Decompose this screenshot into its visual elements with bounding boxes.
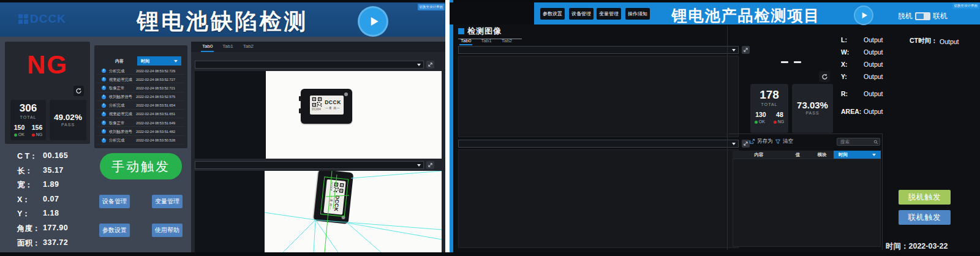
output-row: L: Output bbox=[450, 34, 915, 47]
viewer-tab[interactable]: Tab0 bbox=[201, 42, 214, 52]
device-manage-button[interactable]: 设备管理 bbox=[99, 195, 130, 208]
log-content: 分析完成 bbox=[109, 103, 124, 108]
log-content: 取像正常 bbox=[109, 86, 124, 91]
info-icon bbox=[102, 129, 106, 134]
battery-marker-dot bbox=[344, 92, 348, 96]
log-content: 分析完成 bbox=[109, 69, 124, 74]
chevron-down-icon bbox=[417, 164, 421, 167]
online-trigger-button[interactable]: 联机触发 bbox=[899, 210, 951, 225]
log-col-content[interactable]: 内容 bbox=[102, 56, 137, 66]
log-col-time[interactable]: 时间 bbox=[834, 151, 881, 159]
ng-legend: NG bbox=[32, 132, 43, 137]
camera-view-2[interactable]: DC004 DCCK —通 阅— bbox=[195, 171, 442, 252]
info-icon bbox=[102, 138, 106, 143]
toggle-off-label: 脱机 bbox=[898, 11, 913, 21]
log-table-header: 内容 时间 bbox=[102, 56, 181, 66]
info-icon bbox=[102, 69, 106, 73]
metric-value: 177.90 bbox=[43, 224, 68, 232]
metric-label: C T： bbox=[17, 151, 37, 162]
metric-row: 面积： 337.72 bbox=[0, 236, 92, 251]
metric-label: 角度： bbox=[17, 224, 40, 234]
ct-time-label: CT时间： bbox=[910, 37, 938, 45]
expand-view-button[interactable] bbox=[426, 161, 434, 169]
operation-notes-button[interactable]: 操作须知 bbox=[625, 8, 650, 20]
image-source-dropdown[interactable] bbox=[195, 161, 424, 169]
log-row[interactable]: 取像正常 2022-02-24 08:53:52.721 bbox=[97, 83, 185, 92]
device-manage-button[interactable]: 设备管理 bbox=[569, 8, 594, 20]
image-source-dropdown[interactable] bbox=[458, 140, 739, 148]
right-header: 参数设置 设备管理 变量管理 操作须知 锂电池产品检测项目 脱机 联机 切换至设… bbox=[450, 2, 980, 24]
log-time: 2022-02-24 08:53:52.721 bbox=[136, 86, 185, 90]
clear-button[interactable]: 清空 bbox=[775, 138, 793, 145]
output-value: Output bbox=[864, 90, 883, 97]
total-count: 306 bbox=[10, 102, 46, 115]
ng-count: 156 bbox=[32, 124, 43, 131]
ok-dot-icon bbox=[14, 134, 17, 137]
metric-label: 长： bbox=[17, 166, 32, 176]
help-button[interactable]: 使用帮助 bbox=[152, 224, 183, 237]
chevron-down-icon bbox=[174, 60, 178, 62]
log-row[interactable]: 分析完成 2022-02-24 08:53:51.654 bbox=[97, 101, 185, 110]
battery-terminal bbox=[299, 108, 301, 113]
param-settings-button[interactable]: 参数设置 bbox=[540, 8, 565, 20]
total-label: TOTAL bbox=[10, 115, 46, 119]
metric-value: 35.17 bbox=[43, 166, 64, 175]
log-col-module[interactable]: 模块 bbox=[810, 151, 834, 159]
output-label: R: bbox=[841, 90, 848, 97]
viewer-tab[interactable]: Tab2 bbox=[242, 42, 255, 52]
switch-to-design-badge[interactable]: 切换至设计界面 bbox=[952, 2, 980, 9]
log-row[interactable]: 收到触发信号 2022-02-24 08:53:52.575 bbox=[97, 92, 185, 101]
param-settings-button[interactable]: 参数设置 bbox=[99, 224, 130, 237]
log-table-body[interactable] bbox=[733, 159, 881, 247]
manual-trigger-button[interactable]: 手动触发 bbox=[100, 153, 182, 179]
log-row[interactable]: 分析完成 2022-02-24 08:53:50.528 bbox=[97, 136, 185, 145]
log-content: 视觉处理完成 bbox=[109, 77, 132, 83]
log-row[interactable]: 视觉处理完成 2022-02-24 08:53:52.727 bbox=[97, 75, 185, 83]
log-time: 2022-02-24 08:53:52.575 bbox=[136, 94, 185, 99]
log-row[interactable]: 分析完成 2022-02-24 08:53:52.729 bbox=[97, 66, 185, 75]
camera-view-1[interactable]: DC004 DCCK —通 阅— bbox=[195, 71, 442, 159]
detection-image-view-2[interactable] bbox=[458, 149, 739, 248]
offline-online-toggle[interactable]: 脱机 联机 bbox=[898, 11, 948, 21]
toggle-switch[interactable] bbox=[915, 12, 930, 20]
offline-trigger-button[interactable]: 脱机触发 bbox=[899, 190, 951, 205]
log-row[interactable]: 视觉处理完成 2022-02-24 08:53:51.651 bbox=[97, 110, 185, 118]
refresh-button[interactable] bbox=[74, 86, 84, 96]
ng-legend: NG bbox=[774, 119, 785, 124]
ok-legend: OK bbox=[755, 119, 765, 124]
screen-defect-detection: DCCK 锂电池缺陷检测 切换至设计界面 NG 306 TOTAL 150 15… bbox=[0, 0, 445, 256]
section-marker-icon bbox=[458, 28, 464, 34]
output-label: X: bbox=[841, 61, 848, 68]
log-col-content[interactable]: 内容 bbox=[733, 151, 785, 159]
log-col-time[interactable]: 时间 bbox=[137, 56, 181, 66]
log-col-value[interactable]: 值 bbox=[785, 151, 810, 159]
battery-terminal bbox=[299, 96, 301, 101]
log-row[interactable]: 取像正常 2022-02-24 08:53:51.649 bbox=[97, 118, 185, 127]
search-input[interactable] bbox=[839, 138, 871, 145]
output-row: X: Output bbox=[450, 59, 915, 71]
image-source-dropdown[interactable] bbox=[195, 61, 424, 69]
variable-manage-button[interactable]: 变量管理 bbox=[597, 8, 621, 20]
dual-screen-capture: DCCK 锂电池缺陷检测 切换至设计界面 NG 306 TOTAL 150 15… bbox=[0, 0, 980, 256]
log-row[interactable]: 收到触发信号 2022-02-24 08:53:51.482 bbox=[97, 127, 185, 135]
log-time: 2022-02-24 08:53:51.651 bbox=[136, 111, 185, 116]
switch-to-design-badge[interactable]: 切换至设计界面 bbox=[418, 4, 445, 10]
variable-manage-button[interactable]: 变量管理 bbox=[152, 195, 183, 208]
time-label: 时间： bbox=[886, 242, 909, 250]
viewer-tab[interactable]: Tab1 bbox=[221, 42, 234, 52]
metric-row: 长： 35.17 bbox=[0, 164, 92, 179]
run-button[interactable] bbox=[358, 6, 388, 37]
save-as-button[interactable]: 另存为 bbox=[749, 138, 773, 145]
expand-view-button[interactable] bbox=[426, 61, 434, 69]
chevron-down-icon bbox=[417, 64, 421, 66]
output-value: Output bbox=[864, 108, 883, 115]
output-value: Output bbox=[864, 48, 883, 56]
ok-count: 150 bbox=[14, 124, 25, 131]
run-button[interactable] bbox=[854, 6, 873, 25]
total-card: 306 TOTAL 150 156 OK NG bbox=[10, 100, 46, 140]
output-values-panel: L: Output W: Output X: Output Y: Output bbox=[450, 34, 915, 118]
output-label: AREA: bbox=[841, 108, 861, 115]
chevron-down-icon bbox=[872, 154, 876, 156]
metric-label: X： bbox=[17, 195, 30, 205]
output-label: W: bbox=[841, 48, 849, 56]
